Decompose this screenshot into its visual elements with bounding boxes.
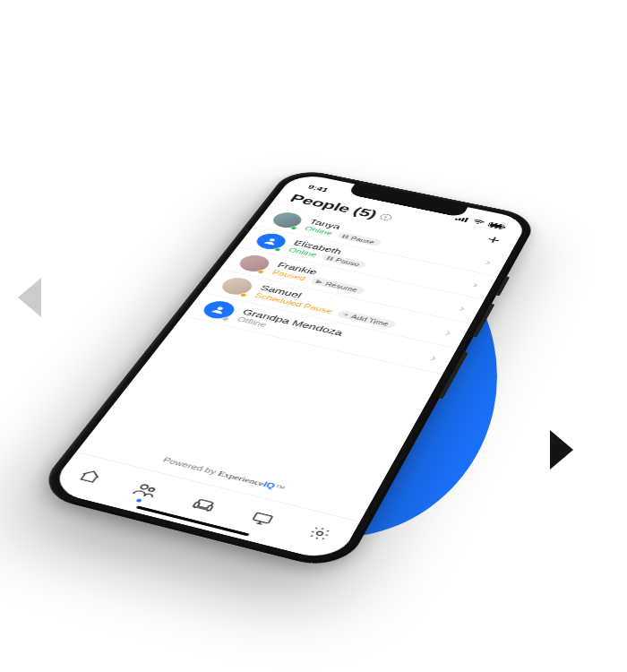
sofa-icon (189, 495, 220, 513)
svg-rect-10 (326, 255, 331, 259)
powered-by-prefix: Powered by (161, 456, 221, 477)
brand-name: Experience (217, 470, 267, 487)
svg-rect-11 (330, 256, 334, 260)
person-icon (262, 236, 281, 246)
status-dot-paused (239, 292, 248, 297)
chevron-right-icon: › (453, 302, 468, 314)
phone-frame: 9:41 People (5) i (32, 167, 539, 573)
add-person-button[interactable]: + (482, 231, 505, 248)
powered-by-label: Powered by ExperienceIQ™ (82, 436, 369, 513)
home-indicator[interactable] (135, 505, 249, 536)
play-icon (314, 279, 324, 286)
chevron-right-icon: › (425, 351, 439, 364)
plus-icon: + (342, 312, 350, 317)
svg-rect-8 (345, 235, 349, 238)
svg-point-9 (269, 238, 275, 242)
svg-rect-1 (458, 218, 461, 220)
avatar (199, 298, 238, 321)
pause-icon (341, 233, 350, 239)
svg-rect-6 (503, 227, 506, 228)
svg-rect-7 (341, 234, 346, 237)
svg-point-14 (140, 484, 149, 489)
people-icon (131, 480, 162, 499)
monitor-icon (247, 509, 277, 528)
tab-places[interactable] (180, 490, 228, 520)
avatar (253, 231, 290, 251)
chevron-right-icon: › (440, 326, 454, 338)
svg-rect-2 (461, 218, 465, 221)
phone-volume-up (495, 276, 510, 296)
info-icon[interactable]: i (378, 213, 392, 221)
svg-point-17 (316, 530, 323, 535)
svg-point-15 (148, 487, 155, 492)
svg-marker-12 (315, 280, 324, 285)
home-icon (75, 467, 105, 485)
svg-rect-16 (253, 513, 273, 523)
carousel-prev-arrow[interactable] (18, 278, 41, 317)
gear-icon (305, 523, 335, 543)
chevron-right-icon: › (480, 256, 494, 267)
tab-bar (47, 452, 361, 563)
status-dot-paused (256, 270, 265, 275)
tab-people[interactable] (123, 476, 170, 504)
brand-suffix: IQ (262, 480, 277, 490)
avatar (218, 275, 256, 297)
trademark-symbol: ™ (272, 483, 287, 493)
tab-home[interactable] (67, 462, 114, 490)
avatar (236, 253, 273, 273)
tab-settings[interactable] (297, 519, 342, 548)
chevron-right-icon: › (468, 279, 481, 289)
svg-point-13 (217, 306, 224, 310)
tab-things[interactable] (239, 504, 285, 534)
person-icon (209, 304, 230, 315)
svg-rect-0 (455, 219, 458, 220)
pause-icon (325, 255, 334, 262)
status-dot-offline (220, 316, 230, 322)
status-dot-online (289, 226, 298, 230)
status-dot-online (273, 247, 282, 252)
avatar (269, 211, 305, 230)
